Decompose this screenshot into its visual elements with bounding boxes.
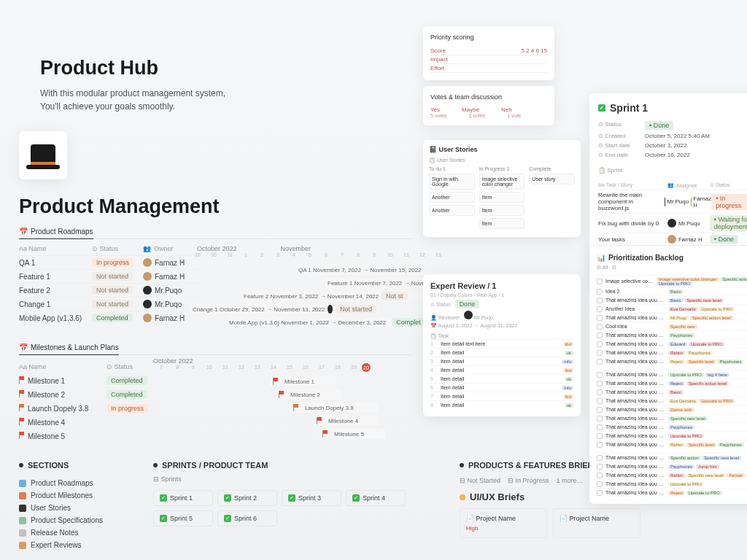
mile-month: October 2022 [153,357,193,365]
hero: Product Hub With this modular product ma… [40,57,225,113]
us-item[interactable]: Item [479,205,525,216]
priority-title: Priority scoring [430,34,547,41]
briefs-tab-more[interactable]: 1 more… [557,477,584,484]
table-row[interactable]: Your tasks Farnaz H • Done [598,233,747,245]
backlog-row[interactable]: That amazing idea you haveUpscale to PRO [597,431,747,440]
milestones-table: Aa Name ⊙ Status Milestone 1 Completed M… [19,360,158,443]
backlog-row[interactable]: That amazing idea you haveEva Demaria Up… [597,396,747,405]
backlog-row[interactable]: That amazing idea you haveUpscale to PRO… [597,370,747,378]
logo-card [19,131,67,179]
backlog-row[interactable]: That amazing idea you haveDance with [597,405,747,413]
us-item[interactable]: Item [479,218,525,229]
mile-bar-4[interactable]: Milestone 4 [314,416,379,426]
table-row[interactable]: Change 1 Not started Mr.Puqo [19,297,201,311]
section-item[interactable]: Expert Reviews [19,539,103,551]
sprint-chip[interactable]: ✓Sprint 5 [153,510,213,526]
backlog-row[interactable]: That amazing idea you haveReject Specifi… [597,357,747,365]
bar-mobile[interactable]: Mobile App (v1.3.6) November 1, 2022 → D… [226,317,423,327]
table-row[interactable]: Feature 1 Not started Farnaz H [19,269,201,283]
table-row[interactable]: Milestone 5 [19,429,158,443]
backlog-row[interactable]: Idea 2Basic [597,287,747,295]
table-row[interactable]: Milestone 2 Completed [19,387,158,401]
table-row[interactable]: Milestone 1 Completed [19,373,158,387]
backlog-row[interactable]: That amazing idea you haveEdward Upscale… [597,339,747,348]
backlog-row[interactable]: That amazing idea you haveUpscale to PRO [597,479,747,488]
backlog-row[interactable]: That amazing idea you havePayphones [597,422,747,431]
tab-roadmaps[interactable]: 📅 Product Roadmaps [19,228,93,239]
backlog-row[interactable]: That amazing idea you havePayphones Jump… [597,462,747,470]
votes-card: Votes & team discussion YesMaybeNeh 5 vo… [423,86,554,125]
timeline-days: 29303112345678910111213 [190,252,446,257]
sprint-chip[interactable]: ✓Sprint 1 [153,490,213,506]
sprint-chip[interactable]: ✓Sprint 2 [217,490,277,506]
mile-bar-1[interactable]: Milestone 1 [270,376,336,386]
bar-feat2[interactable]: Feature 2 November 3, 2022 → November 14… [241,291,423,301]
us-item[interactable]: User story [529,174,575,184]
timeline-months: October 2022 November [197,245,311,252]
backlog-row[interactable]: That amazing idea you haveSpecific new l… [597,413,747,422]
backlog-row[interactable]: Another IdeaEva Demaria Upscale to PRO [597,304,747,313]
hat-icon [31,144,55,166]
pm-title: Product Management [19,195,220,218]
backlog-row[interactable]: That amazing idea you haveReject Upscale… [597,488,747,497]
backlog-row[interactable]: Cool ideaSpecific new [597,322,747,330]
sprints-panel: SPRINTS / PRODUCT TEAM ⊟ Sprints ✓Sprint… [153,461,430,526]
bar-change1[interactable]: Change 1 October 29, 2022 → November 11,… [190,304,379,314]
backlog-row[interactable]: That amazing idea you haveRahim Specific… [597,440,747,448]
sprints-title: SPRINTS / PRODUCT TEAM [153,461,430,470]
mile-bar-2[interactable]: Milestone 2 [276,389,341,400]
roadmap-table: Aa Name ⊙ Status 👥 Owner QA 1 In progres… [19,242,201,324]
us-item[interactable]: Item [479,192,525,203]
table-row[interactable]: Rewrite the main component in buzzword.j… [598,190,747,213]
table-row[interactable]: Mobile App (v1.3.6) Completed Farnaz H [19,311,201,324]
backlog-row[interactable]: That amazing idea you haveSpecific actio… [597,453,747,462]
expert-title: Expert Review / 1 [430,281,573,290]
sections-panel: SECTIONS Product RoadmapsProduct Milesto… [19,461,103,551]
roadmap-tabs: 📅 Product Roadmaps [19,228,413,239]
hero-sub: With this modular product management sys… [40,87,225,113]
briefs-tab-ns[interactable]: Not Started [460,477,500,484]
section-item[interactable]: Product Roadmaps [19,477,103,489]
backlog-row[interactable]: That amazing idea you haveRahim Payphone… [597,348,747,357]
milestones-tabs: 📅 Milestones & Launch Plans [19,343,413,355]
brief-card[interactable]: 📄 Project Name [553,508,640,538]
hero-title: Product Hub [40,57,225,79]
table-row[interactable]: QA 1 In progress Farnaz H [19,255,201,269]
backlog-row[interactable]: That amazing idea you haveBasic [597,387,747,396]
section-item[interactable]: Product Milestones [19,489,103,502]
table-row[interactable]: Milestone 4 [19,415,158,429]
backlog-title: Prioritization Backlog [597,254,747,262]
section-item[interactable]: Release Notes [19,526,103,539]
sprint-chip[interactable]: ✓Sprint 4 [346,490,406,506]
sprint-chip[interactable]: ✓Sprint 6 [217,510,277,526]
expert-review-card: Expert Review / 1 01 / Dopely Colors / W… [423,274,581,416]
backlog-row[interactable]: Image selective color changerImage selec… [597,275,747,287]
user-stories-card: 📓 User Stories 📋 User Stories To do 1 Si… [423,140,581,237]
backlog-row[interactable]: That amazing idea you havePayphones [597,330,747,339]
sprint-chip[interactable]: ✓Sprint 3 [282,490,341,506]
section-item[interactable]: User Stories [19,502,103,514]
brief-card[interactable]: 📄 Project NameHigh [460,508,547,538]
us-item[interactable]: Another [429,192,475,203]
backlog-row[interactable]: That amazing idea you haveMr.Puqo Specif… [597,313,747,322]
mile-days: 78910111213141516171819 [153,365,362,370]
section-item[interactable]: Product Specifications [19,514,103,526]
us-item[interactable]: Sign in with Google [429,174,475,190]
tab-milestones[interactable]: 📅 Milestones & Launch Plans [19,343,119,355]
sections-title: SECTIONS [19,461,103,470]
table-row[interactable]: Feature 2 Not started Mr.Puqo [19,283,201,297]
backlog-row[interactable]: That amazing idea you haveReject Specifi… [597,378,747,387]
table-row[interactable]: Launch Dopely 3.8 In progress [19,401,158,415]
priority-card: Priority scoring Score5 2 4 8 15ImpactEf… [423,26,554,80]
bar-feat1[interactable]: Feature 1 November 7, 2022 → November [325,278,423,288]
briefs-tab-ip[interactable]: ⊟ In Progress [508,477,549,484]
us-item[interactable]: Image selective color changer [479,174,525,190]
us-item[interactable]: Another [429,205,475,216]
today-marker: 20 [362,363,371,372]
bar-qa1[interactable]: QA 1 November 7, 2022 → November 15, 202… [295,265,423,275]
mile-bar-3[interactable]: Launch Dopely 3.8 [290,402,378,413]
mile-bar-5[interactable]: Milestone 5 [320,429,385,439]
backlog-row[interactable]: That amazing idea you haveBasic Specific… [597,295,747,304]
table-row[interactable]: Fix bug with divide by 0 Mr.Puqo • Waiti… [598,213,747,233]
backlog-row[interactable]: That amazing idea you haveRahim Specific… [597,470,747,479]
